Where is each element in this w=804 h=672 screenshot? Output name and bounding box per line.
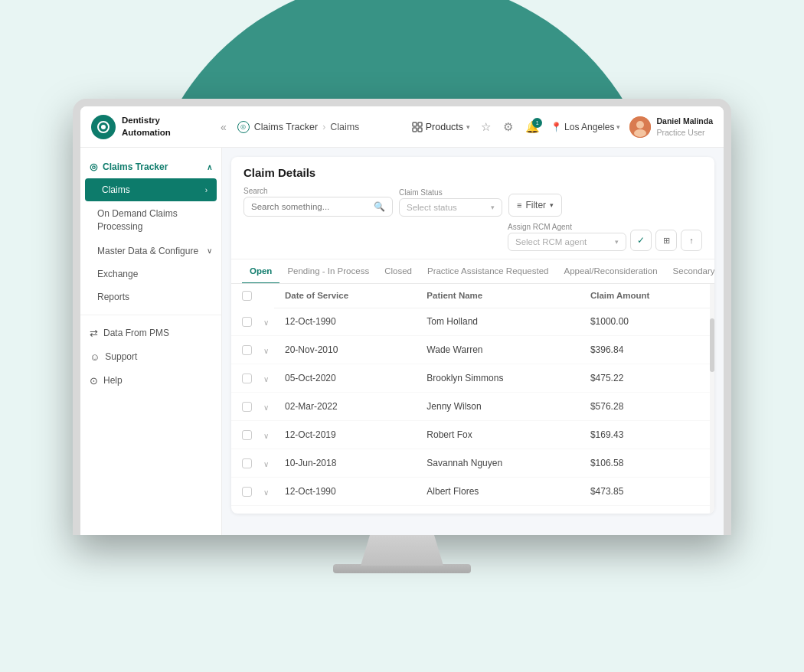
claim-details-panel: Claim Details Search 🔍 [231,157,714,514]
sidebar-item-help[interactable]: ⊙ Help [80,369,221,393]
rcm-confirm-button[interactable]: ✓ [630,230,652,251]
table-row: ∨ 02-Mar-2022 Jenny Wilson $576.28 [231,393,714,421]
sidebar-item-support[interactable]: ☺ Support [80,345,221,369]
breadcrumb-module-icon: ◎ [237,121,250,133]
favorites-button[interactable]: ☆ [479,119,492,135]
sidebar-item-claims-tracker[interactable]: ◎ Claims Tracker ∧ [80,155,221,178]
row-checkbox[interactable] [242,345,252,355]
scrollbar-track[interactable] [710,284,714,514]
row-checkbox[interactable] [242,487,252,497]
tab-practice-assistance[interactable]: Practice Assistance Requested [420,259,557,284]
monitor-screen: Dentistry Automation « ◎ Claims Tracker … [80,106,724,535]
cell-amount: $475.22 [580,364,714,393]
cell-amount: $473.85 [580,506,714,514]
cell-patient: Brooklyn Simmons [416,364,580,393]
expand-row-button[interactable]: ∨ [261,374,271,384]
rcm-select-value: Select RCM agent [515,237,611,246]
row-checkbox[interactable] [242,374,252,383]
search-input[interactable] [251,202,370,211]
cell-date: 12-Oct-1990 [274,478,416,506]
svg-point-7 [636,121,644,129]
assign-rcm-group: Assign RCM Agent Select RCM agent ▾ ✓ [508,223,702,251]
col-header-amount: Claim Amount [580,284,714,308]
notifications-button[interactable]: 🔔 1 [524,119,541,135]
settings-button[interactable]: ⚙ [502,119,515,135]
products-chevron-icon: ▾ [466,123,470,131]
user-role: Practice User [656,127,713,139]
cell-amount: $1000.00 [580,308,714,336]
rcm-select-wrap[interactable]: Select RCM agent ▾ [508,233,626,251]
logo-text: Dentistry Automation [122,115,171,139]
cell-amount: $396.84 [580,336,714,364]
col-header-patient: Patient Name [416,284,580,308]
row-checkbox[interactable] [242,317,252,327]
export-icon: ↑ [689,236,694,245]
search-input-wrap[interactable]: 🔍 [243,197,393,217]
tab-appeal[interactable]: Appeal/Reconsideration [557,259,665,284]
rcm-select-group: Assign RCM Agent Select RCM agent ▾ [508,223,626,251]
sidebar-support-label: Support [105,351,137,362]
user-name: Daniel Malinda [656,116,713,127]
select-all-checkbox[interactable] [242,291,252,301]
table-row: ∨ 12-Oct-1990 Albert Flores $473.85 [231,478,714,506]
cell-patient: Savannah Nguyen [416,449,580,478]
table-row: ∨ 10-Jun-2018 Savannah Nguyen $106.58 [231,449,714,478]
expand-row-button[interactable]: ∨ [261,459,271,469]
table-row: ∨ 12-Oct-1990 Tom Holland $1000.00 [231,308,714,336]
cell-patient: Wade Warren [416,336,580,364]
expand-row-button[interactable]: ∨ [261,346,271,356]
cell-date: 12-Oct-1990 [274,506,416,514]
claim-status-select-wrap[interactable]: Select status ▾ [399,198,502,217]
avatar [629,116,651,138]
tab-pending-in-process[interactable]: Pending - In Process [279,259,377,284]
claims-active-chevron-icon: › [205,186,208,194]
expand-row-button[interactable]: ∨ [261,318,271,328]
export-button[interactable]: ↑ [681,230,702,251]
search-icon: 🔍 [374,201,385,212]
logo-icon [91,115,116,139]
scrollbar-thumb[interactable] [710,318,714,372]
filter-icon: ≡ [517,201,521,210]
expand-row-button[interactable]: ∨ [261,431,271,441]
sidebar-item-data-from-pms[interactable]: ⇄ Data From PMS [80,321,221,345]
sidebar-item-on-demand[interactable]: On Demand Claims Processing [80,201,221,240]
sidebar-item-reports[interactable]: Reports [80,285,221,308]
tab-closed[interactable]: Closed [377,259,420,284]
sidebar-item-exchange[interactable]: Exchange [80,263,221,285]
row-checkbox[interactable] [242,458,252,468]
sidebar-claims-tracker-label: Claims Tracker [103,161,168,172]
cell-patient: Jenny Wilson [416,393,580,421]
cell-amount: $576.28 [580,393,714,421]
cell-date: 02-Mar-2022 [274,393,416,421]
products-button[interactable]: Products ▾ [412,122,470,132]
panel-title: Claim Details [243,166,702,179]
sidebar-exchange-label: Exchange [97,269,138,279]
cell-amount: $473.85 [580,478,714,506]
breadcrumb-separator: › [322,122,325,132]
svg-rect-4 [413,128,417,132]
location-pin-icon: 📍 [551,122,562,132]
location-button[interactable]: 📍 Los Angeles ▾ [551,122,620,132]
sidebar-master-data-label: Master Data & Configure [97,246,198,256]
sidebar-item-master-data[interactable]: Master Data & Configure ∨ [80,240,221,263]
collapse-sidebar-button[interactable]: « [217,118,230,136]
columns-toggle-button[interactable]: ⊞ [655,230,677,251]
rcm-chevron-icon: ▾ [615,238,619,246]
row-checkbox[interactable] [242,430,252,440]
products-icon [412,122,423,132]
cell-date: 20-Nov-2010 [274,336,416,364]
sidebar-item-claims[interactable]: Claims › [85,178,217,201]
breadcrumb-module[interactable]: Claims Tracker [254,122,318,132]
filter-button[interactable]: ≡ Filter ▾ [508,194,562,217]
filter-label: Filter [525,200,546,210]
expand-row-button[interactable]: ∨ [261,403,271,413]
cell-patient: Albert Flores [416,506,580,514]
user-area[interactable]: Daniel Malinda Practice User [629,116,713,138]
row-checkbox[interactable] [242,402,252,412]
expand-row-button[interactable]: ∨ [261,488,271,497]
sidebar-reports-label: Reports [97,292,129,302]
claim-status-value: Select status [407,203,487,212]
tab-open[interactable]: Open [242,259,279,284]
tab-secondary-claim[interactable]: Secondary Claim Filled [665,259,714,284]
sidebar: ◎ Claims Tracker ∧ Claims › On Demand Cl… [80,148,222,535]
